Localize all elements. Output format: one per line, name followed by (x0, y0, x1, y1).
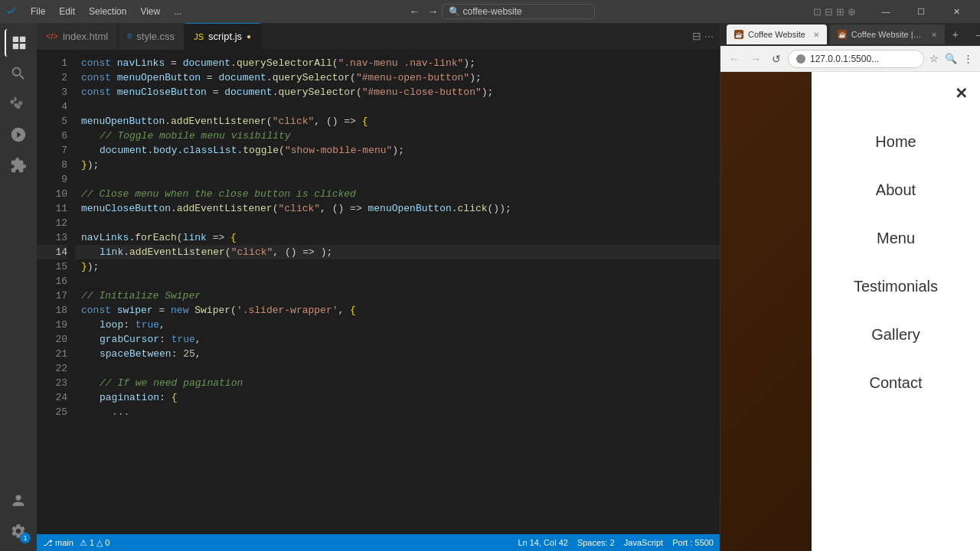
browser-forward-button[interactable]: → (746, 51, 765, 67)
code-editor[interactable]: 12345 678910 1112131415 1617181920 21222… (37, 50, 720, 534)
debug-icon[interactable] (5, 121, 32, 148)
browser-settings-icon[interactable]: ⋮ (961, 51, 975, 67)
title-bar: File Edit Selection View ... ← → 🔍 coffe… (0, 0, 980, 23)
browser-win-controls: — ☐ ✕ (966, 24, 980, 44)
menu-edit[interactable]: Edit (53, 5, 81, 18)
indentation[interactable]: Spaces: 2 (577, 538, 615, 547)
browser-zoom-icon[interactable]: 🔍 (942, 51, 959, 67)
browser-reload-button[interactable]: ↺ (768, 51, 785, 67)
mobile-nav-about[interactable]: About (812, 166, 980, 214)
back-button[interactable]: ← (407, 4, 423, 19)
title-bar-icons: ⊡ ⊟ ⊞ ⊕ (813, 6, 856, 18)
browser-tab-label-2: Coffee Website | C... (851, 30, 923, 39)
close-button[interactable]: ✕ (939, 0, 974, 23)
code-line-23: // If we need pagination (75, 376, 720, 390)
settings-badge: 1 (20, 533, 31, 543)
search-icon: 🔍 (449, 6, 460, 17)
activity-bar: 1 (0, 23, 37, 551)
code-line-16 (75, 274, 720, 289)
code-line-17: // Initialize Swiper (75, 289, 720, 303)
browser-favicon-2: ☕ (838, 30, 847, 39)
line-numbers: 12345 678910 1112131415 1617181920 21222… (37, 50, 75, 534)
browser-tab-close-1[interactable]: ✕ (813, 31, 819, 39)
menu-file[interactable]: File (24, 5, 51, 18)
mobile-nav-testimonials[interactable]: Testimonials (812, 262, 980, 311)
search-activity-icon[interactable] (5, 60, 32, 87)
layout-icon-1[interactable]: ⊡ (813, 6, 822, 18)
nav-buttons: ← → (407, 4, 442, 19)
mobile-nav-contact[interactable]: Contact (812, 359, 980, 407)
html-icon: </> (46, 31, 58, 41)
layout-icon-3[interactable]: ⊞ (836, 6, 844, 18)
cursor-position[interactable]: Ln 14, Col 42 (518, 538, 567, 547)
search-box[interactable]: 🔍 coffee-website (442, 4, 595, 19)
code-line-5: menuOpenButton.addEventListener("click",… (75, 114, 720, 129)
tab-modified-dot: ● (247, 32, 251, 41)
mobile-nav-home[interactable]: Home (812, 118, 980, 166)
tab-script-js[interactable]: JS script.js ● (185, 23, 261, 50)
menu-more[interactable]: ... (168, 5, 188, 18)
code-line-7: document.body.classList.toggle("show-mob… (75, 143, 720, 158)
maximize-button[interactable]: ☐ (903, 0, 939, 23)
title-bar-center: ← → 🔍 coffee-website (194, 4, 807, 19)
code-line-18: const swiper = new Swiper('.slider-wrapp… (75, 303, 720, 318)
security-icon (796, 54, 805, 64)
new-tab-button[interactable]: + (948, 28, 963, 41)
browser-nav-bar: ← → ↺ 127.0.0.1:5500... ☆ 🔍 ⋮ (720, 46, 980, 72)
browser-minimize[interactable]: — (966, 24, 980, 44)
code-line-21: spaceBetween: 25, (75, 347, 720, 361)
tab-label-script: script.js (208, 31, 242, 42)
layout-icon-4[interactable]: ⊕ (848, 6, 856, 18)
port-status[interactable]: Port : 5500 (672, 538, 714, 547)
mobile-menu-close-button[interactable]: ✕ (955, 84, 968, 103)
browser-url-bar[interactable]: 127.0.0.1:5500... (788, 50, 924, 68)
browser-tab-1[interactable]: ☕ Coffee Website ✕ (727, 24, 827, 44)
browser-content: ✕ Home About Menu Testimonials Gallery C… (720, 72, 980, 551)
vscode-logo (6, 5, 18, 18)
code-line-11: menuCloseButton.addEventListener("click"… (75, 201, 720, 216)
code-line-25: ... (75, 405, 720, 419)
browser-tab-2[interactable]: ☕ Coffee Website | C... ✕ (830, 24, 945, 44)
tab-index-html[interactable]: </> index.html (37, 23, 118, 50)
mobile-nav-gallery[interactable]: Gallery (812, 311, 980, 359)
main-area: 1 </> index.html # style.css JS script.j… (0, 23, 980, 551)
bookmark-icon[interactable]: ☆ (927, 51, 941, 67)
explorer-icon[interactable] (5, 29, 32, 57)
account-icon[interactable] (5, 487, 32, 514)
minimize-button[interactable]: — (868, 0, 903, 23)
browser-back-button[interactable]: ← (725, 51, 743, 67)
tab-style-css[interactable]: # style.css (118, 23, 185, 50)
language-mode[interactable]: JavaScript (624, 538, 663, 547)
tab-label-style: style.css (136, 31, 175, 42)
source-control-icon[interactable] (5, 90, 32, 118)
layout-icon-2[interactable]: ⊟ (825, 6, 833, 18)
menu-view[interactable]: View (134, 5, 166, 18)
code-line-24: pagination: { (75, 390, 720, 405)
code-line-14: link.addEventListener("click", () => ); (75, 245, 720, 259)
errors-warnings[interactable]: ⚠ 1 △ 0 (80, 538, 109, 548)
code-line-10: // Close menu when the close button is c… (75, 187, 720, 201)
code-line-15: }); (75, 259, 720, 274)
status-left: ⎇ main ⚠ 1 △ 0 (43, 538, 109, 548)
split-editor-icon[interactable]: ⊟ (692, 30, 701, 42)
code-line-20: grabCursor: true, (75, 332, 720, 347)
forward-button[interactable]: → (425, 4, 442, 19)
tab-bar: </> index.html # style.css JS script.js … (37, 23, 720, 50)
mobile-menu-overlay[interactable]: ✕ Home About Menu Testimonials Gallery C… (720, 72, 980, 551)
menu-selection[interactable]: Selection (83, 5, 132, 18)
code-line-19: loop: true, (75, 318, 720, 332)
extensions-icon[interactable] (5, 152, 32, 179)
code-line-4 (75, 99, 720, 114)
activity-bottom: 1 (5, 487, 32, 545)
code-line-9 (75, 172, 720, 187)
more-actions-icon[interactable]: ··· (704, 30, 714, 42)
settings-icon[interactable]: 1 (5, 517, 32, 545)
tab-label-index: index.html (63, 31, 108, 42)
git-branch[interactable]: ⎇ main (43, 538, 74, 548)
mobile-menu: ✕ Home About Menu Testimonials Gallery C… (812, 72, 980, 551)
search-text: coffee-website (463, 6, 522, 17)
code-line-13: navLinks.forEach(link => { (75, 230, 720, 245)
mobile-nav-menu[interactable]: Menu (812, 214, 980, 262)
code-line-3: const menuCloseButton = document.querySe… (75, 85, 720, 99)
browser-tab-close-2[interactable]: ✕ (931, 31, 937, 39)
